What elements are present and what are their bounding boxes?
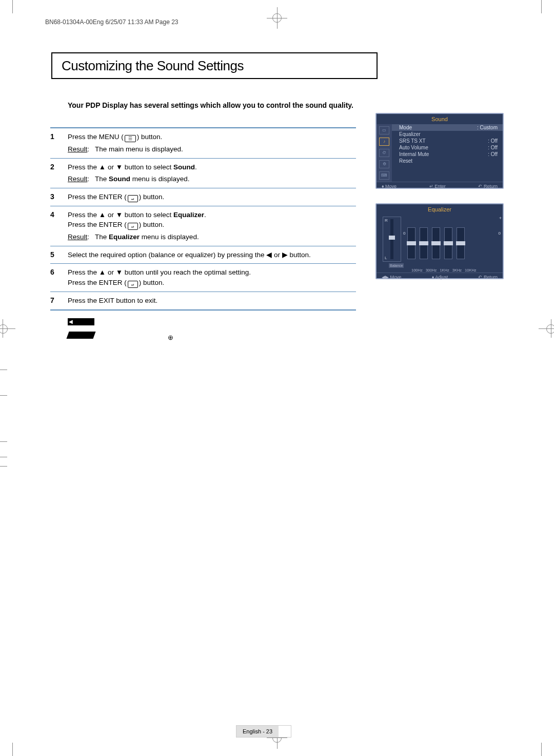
osd-equalizer: Equalizer R L 0 + 0 Balance 100Hz 30	[375, 203, 504, 279]
page-title: Customizing the Sound Settings	[51, 52, 378, 79]
note-bullet-icon	[68, 318, 94, 325]
enter-icon: ↵	[128, 223, 138, 230]
osd-menu-list: Mode: Custom Equalizer SRS TS XT: Off Au…	[392, 124, 503, 182]
step-6: 6 Press the ▲ or ▼ button until you reac…	[50, 264, 356, 292]
step-3: 3 Press the ENTER (↵) button.	[50, 188, 356, 206]
menu-icon: ☰	[125, 135, 136, 142]
document-slug: BN68-01304A-00Eng 6/25/07 11:33 AM Page …	[45, 18, 179, 26]
intro-text: Your PDP Display has several settings wh…	[68, 101, 355, 110]
note-bullet-icon	[66, 332, 95, 339]
steps-list: 1 Press the MENU (☰) button. Result: The…	[50, 127, 356, 311]
balance-slider: R L	[383, 217, 401, 262]
step-2: 2 Press the ▲ or ▼ button to select Soun…	[50, 159, 356, 188]
step-1: 1 Press the MENU (☰) button. Result: The…	[50, 127, 356, 159]
enter-icon: ↵	[128, 195, 138, 202]
step-7: 7 Press the EXIT button to exit.	[50, 292, 356, 311]
page-footer: English - 23	[236, 725, 291, 738]
eq-bars: 0 + 0	[407, 217, 497, 268]
notes-block: ⊕	[68, 318, 173, 343]
balance-label: Balance	[389, 263, 404, 268]
osd-sound-menu: Sound ▭♪⏱⚙⌨ Mode: Custom Equalizer SRS T…	[375, 113, 504, 189]
step-4: 4 Press the ▲ or ▼ button to select Equa…	[50, 206, 356, 246]
step-5: 5 Select the required option (balance or…	[50, 246, 356, 264]
osd-sidebar-icons: ▭♪⏱⚙⌨	[377, 124, 392, 182]
enter-icon: ↵	[128, 281, 138, 288]
